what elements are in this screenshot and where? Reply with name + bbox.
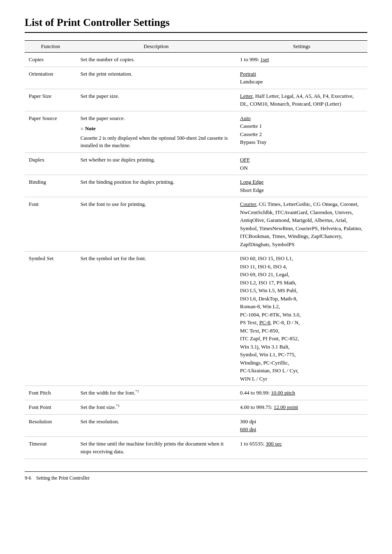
settings-cell: 4.00 to 999.75: 12.00 point xyxy=(236,400,367,414)
table-row: Duplex Set whether to use duplex printin… xyxy=(25,153,367,175)
description-cell: Set whether to use duplex printing. xyxy=(76,153,236,175)
function-cell: Binding xyxy=(25,175,76,197)
table-row: Binding Set the binding position for dup… xyxy=(25,175,367,197)
page-title: List of Print Controller Settings xyxy=(25,16,367,33)
description-cell: Set the resolution. xyxy=(76,414,236,436)
page-footer: 9-6 Setting the Print Controller xyxy=(25,471,367,481)
function-cell: Font Point xyxy=(25,400,76,414)
description-cell: Set the font size.*1 xyxy=(76,400,236,414)
table-row: Paper Source Set the paper source. ○ Not… xyxy=(25,111,367,153)
description-cell: Set the font to use for printing. xyxy=(76,197,236,252)
function-cell: Resolution xyxy=(25,414,76,436)
function-cell: Duplex xyxy=(25,153,76,175)
col-header-function: Function xyxy=(25,41,76,53)
description-cell: Set the print orientation. xyxy=(76,67,236,89)
note-icon: ○ xyxy=(81,125,83,132)
col-header-description: Description xyxy=(76,41,236,53)
settings-cell: AutoCassette 1Cassette 2Bypass Tray xyxy=(236,111,367,153)
description-cell: Set the binding position for duplex prin… xyxy=(76,175,236,197)
settings-cell: PortraitLandscape xyxy=(236,67,367,89)
description-cell: Set the width for the font.*1 xyxy=(76,386,236,400)
table-row: Timeout Set the time until the machine f… xyxy=(25,436,367,459)
description-cell: Set the number of copies. xyxy=(76,53,236,67)
note-label: Note xyxy=(85,125,96,133)
table-row: Font Point Set the font size.*1 4.00 to … xyxy=(25,400,367,414)
settings-cell: Letter, Half Letter, Legal, A4, A5, A6, … xyxy=(236,89,367,111)
footer-section-title: Setting the Print Controller xyxy=(36,475,90,481)
settings-cell: OFFON xyxy=(236,153,367,175)
function-cell: Symbol Set xyxy=(25,252,76,386)
settings-table: Function Description Settings Copies Set… xyxy=(25,40,367,459)
function-cell: Timeout xyxy=(25,436,76,459)
description-cell: Set the symbol set for the font. xyxy=(76,252,236,386)
settings-cell: 1 to 999: 1set xyxy=(236,53,367,67)
col-header-settings: Settings xyxy=(236,41,367,53)
settings-cell: 1 to 65535: 300 sec xyxy=(236,436,367,459)
table-row: Resolution Set the resolution. 300 dpi60… xyxy=(25,414,367,436)
table-row: Orientation Set the print orientation. P… xyxy=(25,67,367,89)
settings-cell: Long EdgeShort Edge xyxy=(236,175,367,197)
description-cell: Set the paper source. ○ Note Cassette 2 … xyxy=(76,111,236,153)
table-row: Font Set the font to use for printing. C… xyxy=(25,197,367,252)
settings-cell: ISO 60, ISO 15, ISO L1,ISO 11, ISO 6, IS… xyxy=(236,252,367,386)
table-row: Symbol Set Set the symbol set for the fo… xyxy=(25,252,367,386)
settings-cell: 0.44 to 99.99: 10.00 pitch xyxy=(236,386,367,400)
settings-cell: Courier, CG Times, LetterGothic, CG Omeg… xyxy=(236,197,367,252)
function-cell: Paper Source xyxy=(25,111,76,153)
function-cell: Orientation xyxy=(25,67,76,89)
table-row: Font Pitch Set the width for the font.*1… xyxy=(25,386,367,400)
description-cell: Set the paper size. xyxy=(76,89,236,111)
function-cell: Font Pitch xyxy=(25,386,76,400)
table-row: Paper Size Set the paper size. Letter, H… xyxy=(25,89,367,111)
description-cell: Set the time until the machine forcibly … xyxy=(76,436,236,459)
footer-page-number: 9-6 xyxy=(25,475,31,481)
function-cell: Font xyxy=(25,197,76,252)
table-row: Copies Set the number of copies. 1 to 99… xyxy=(25,53,367,67)
settings-cell: 300 dpi600 dpi xyxy=(236,414,367,436)
note-text: Cassette 2 is only displayed when the op… xyxy=(81,134,232,150)
function-cell: Copies xyxy=(25,53,76,67)
function-cell: Paper Size xyxy=(25,89,76,111)
